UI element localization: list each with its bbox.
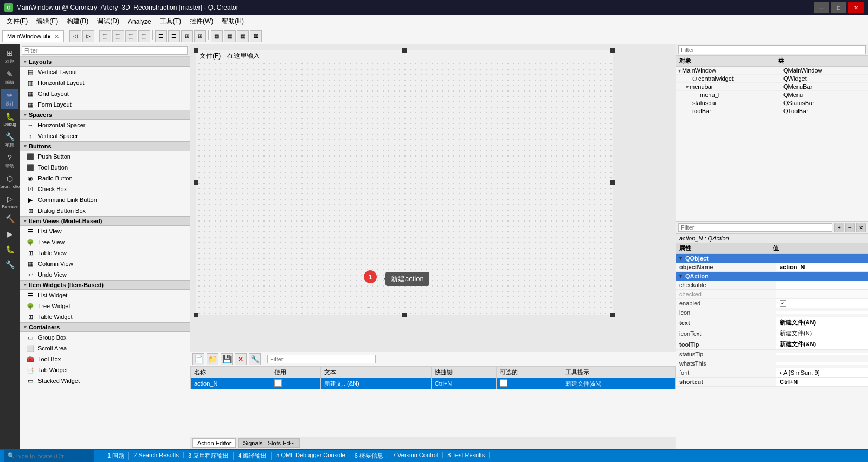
oi-row-toolBar[interactable]: toolBar QToolBar (676, 107, 868, 115)
tb-nav-left[interactable]: ◁ (69, 30, 81, 42)
tb-align2[interactable]: ☰ (168, 30, 180, 42)
pe-row-checkable[interactable]: checkable (676, 281, 868, 290)
pe-checkbox-checked[interactable] (780, 291, 786, 297)
wp-item-form-layout[interactable]: ▦Form Layout (20, 99, 190, 110)
sb-item-8testresults[interactable]: 8 Test Results (443, 452, 490, 458)
action-settings-btn[interactable]: 🔧 (249, 353, 261, 365)
left-icon-debug[interactable]: 🐛Debug (1, 110, 18, 129)
oi-row-centralwidget[interactable]: ⬡centralwidget QWidget (676, 75, 868, 83)
wp-category-item-widgets[interactable]: ▾Item Widgets (Item-Based) (20, 280, 190, 290)
oi-filter[interactable] (676, 44, 868, 56)
wp-item-tool-button[interactable]: ⬛Tool Button (20, 162, 190, 173)
wp-item-tree-view[interactable]: 🌳Tree View (20, 237, 190, 248)
pe-prop-val-font[interactable]: ▸A [SimSun, 9] (776, 368, 868, 377)
wp-category-item-views[interactable]: ▾Item Views (Model-Based) (20, 216, 190, 226)
wp-item-undo-view[interactable]: ↩Undo View (20, 269, 190, 280)
pe-prop-val-text[interactable]: 新建文件(&N) (776, 317, 868, 328)
pe-prop-val-enabled[interactable] (776, 299, 868, 308)
wp-item-group-box[interactable]: ▭Group Box (20, 332, 190, 343)
canvas-menu-在这里输入[interactable]: 在这里输入 (227, 51, 260, 61)
wp-item-scroll-area[interactable]: ⬜Scroll Area (20, 343, 190, 354)
wp-item-vertical-spacer[interactable]: ↕Vertical Spacer (20, 131, 190, 141)
widget-filter-input[interactable] (22, 46, 188, 55)
canvas-menu-文件(F)[interactable]: 文件(F) (200, 51, 221, 61)
sb-item-1问题[interactable]: 1 问题 (103, 452, 129, 460)
action-save-btn[interactable]: 💾 (221, 353, 233, 365)
sb-item-4编译输出[interactable]: 4 编译输出 (234, 452, 272, 460)
wp-item-dialog-button-box[interactable]: ⊠Dialog Button Box (20, 205, 190, 216)
pe-row-whatsThis[interactable]: whatsThis (676, 359, 868, 368)
minimize-button[interactable]: ─ (814, 2, 829, 13)
tb-align1[interactable]: ☰ (155, 30, 167, 42)
sb-item-3应用程序输出[interactable]: 3 应用程序输出 (184, 452, 234, 460)
pe-prop-val-checked[interactable] (776, 290, 868, 298)
action-tab-action-editor[interactable]: Action Editor (192, 438, 236, 448)
pe-minus-btn[interactable]: − (845, 223, 855, 232)
left-icon-welcome[interactable]: ⊞欢迎 (1, 47, 18, 67)
locate-input[interactable] (15, 453, 91, 459)
sb-item-5qmldebuggerconsole[interactable]: 5 QML Debugger Console (272, 452, 350, 458)
use-checkbox[interactable] (274, 379, 282, 387)
action-folder-btn[interactable]: 📁 (207, 353, 218, 365)
pe-row-shortcut[interactable]: shortcut Ctrl+N (676, 378, 868, 387)
sb-item-2searchresults[interactable]: 2 Search Results (129, 452, 184, 458)
menubar-item-t[interactable]: 工具(T) (156, 16, 185, 27)
tb-btn1[interactable]: ⬚ (99, 30, 111, 42)
action-filter-input[interactable] (267, 355, 376, 363)
wp-item-tool-box[interactable]: 🧰Tool Box (20, 354, 190, 365)
left-icon-edit[interactable]: ✎编辑 (1, 68, 18, 88)
pe-plus-btn[interactable]: + (834, 223, 844, 232)
pe-row-icon[interactable]: icon (676, 308, 868, 317)
oi-row-menubar[interactable]: ▾menubar QMenuBar (676, 83, 868, 91)
pe-row-objectName[interactable]: objectName action_N (676, 263, 868, 272)
pe-row-iconText[interactable]: iconText 新建文件(N) (676, 328, 868, 339)
tb-grid2[interactable]: ▦ (224, 30, 236, 42)
wp-item-column-view[interactable]: ▦Column View (20, 258, 190, 269)
pe-row-text[interactable]: text 新建文件(&N) (676, 317, 868, 328)
menubar-item-e[interactable]: 编辑(E) (32, 16, 62, 27)
pe-checkbox-enabled[interactable] (780, 300, 786, 307)
menubar-item-b[interactable]: 构建(B) (62, 16, 93, 27)
tb-align3[interactable]: ⊞ (181, 30, 193, 42)
left-icon-connect[interactable]: ⬡Coron...ction (1, 172, 18, 191)
search-box-area[interactable]: 🔍 (4, 450, 94, 462)
wp-item-radio-button[interactable]: ◉Radio Button (20, 173, 190, 184)
wp-category-containers[interactable]: ▾Containers (20, 322, 190, 332)
left-icon-project[interactable]: 🔧项目 (1, 130, 18, 150)
wp-item-check-box[interactable]: ☑Check Box (20, 184, 190, 194)
left-icon-tool[interactable]: 🔧 (1, 258, 18, 272)
pe-prop-val-statusTip[interactable] (776, 353, 868, 355)
pe-close-btn[interactable]: ✕ (856, 223, 866, 232)
left-icon-release[interactable]: ▷Release (1, 192, 18, 211)
close-tab-btn[interactable]: ✕ (54, 33, 59, 40)
pe-prop-val-icon[interactable] (776, 311, 868, 314)
tb-align4[interactable]: ⊞ (194, 30, 206, 42)
pe-row-font[interactable]: font ▸A [SimSun, 9] (676, 368, 868, 378)
wp-item-table-widget[interactable]: ⊞Table Widget (20, 311, 190, 322)
wp-item-tab-widget[interactable]: 📑Tab Widget (20, 365, 190, 375)
wp-item-horizontal-layout[interactable]: ▥Horizontal Layout (20, 77, 190, 88)
left-icon-help[interactable]: ?帮助 (1, 151, 18, 171)
oi-row-MainWindow[interactable]: ▾MainWindow QMainWindow (676, 67, 868, 75)
tb-btn4[interactable]: ⬚ (138, 30, 150, 42)
left-icon-build[interactable]: 🔨 (1, 212, 18, 226)
wp-item-list-view[interactable]: ☰List View (20, 226, 190, 237)
action-tab-signals-slots[interactable]: Signals _Slots Ed··· (238, 438, 299, 448)
pe-prop-val-objectName[interactable]: action_N (776, 263, 868, 271)
menubar-item-analyze[interactable]: Analyze (124, 17, 156, 27)
sb-item-7versioncontrol[interactable]: 7 Version Control (388, 452, 443, 458)
sb-item-6概要信息[interactable]: 6 概要信息 (350, 452, 388, 460)
optional-checkbox[interactable] (500, 379, 507, 387)
wp-category-layouts[interactable]: ▾Layouts (20, 57, 190, 67)
oi-row-menu_F[interactable]: menu_F QMenu (676, 91, 868, 99)
wp-item-list-widget[interactable]: ☰List Widget (20, 290, 190, 301)
tb-btn3[interactable]: ⬚ (125, 30, 137, 42)
file-tab[interactable]: MainWindow.ui● ✕ (2, 30, 64, 42)
action-delete-btn[interactable]: ✕ (235, 353, 247, 365)
tb-img[interactable]: 🖼 (250, 30, 262, 42)
wp-category-buttons[interactable]: ▾Buttons (20, 141, 190, 151)
action-row[interactable]: action_N 新建文...(&N) Ctrl+N 新建文件(&N) (191, 378, 676, 389)
menubar-item-w[interactable]: 控件(W) (185, 16, 217, 27)
wp-item-table-view[interactable]: ⊞Table View (20, 248, 190, 258)
wp-item-push-button[interactable]: ⬛Push Button (20, 151, 190, 162)
